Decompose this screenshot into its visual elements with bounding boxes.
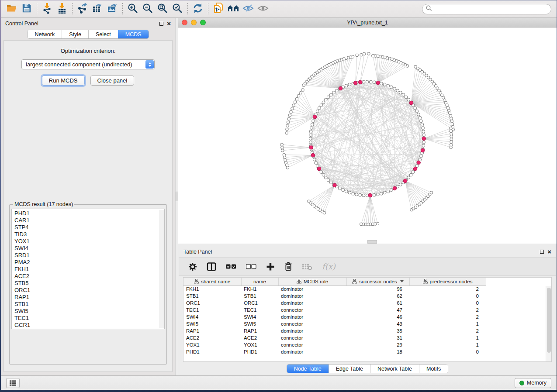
mcds-node[interactable] bbox=[311, 153, 315, 157]
import-network-button[interactable] bbox=[40, 2, 55, 16]
node-table-cell[interactable]: 29 bbox=[346, 341, 409, 348]
float-panel-icon[interactable] bbox=[159, 22, 163, 26]
network-node[interactable] bbox=[355, 193, 358, 196]
node-table-cell[interactable]: connector bbox=[278, 334, 346, 341]
leaf-node[interactable] bbox=[290, 110, 292, 113]
column-header-predecessor-nodes[interactable]: predecessor nodes bbox=[409, 278, 486, 285]
network-node[interactable] bbox=[396, 89, 399, 92]
leaf-node[interactable] bbox=[284, 158, 287, 161]
leaf-node[interactable] bbox=[450, 117, 453, 120]
network-node[interactable] bbox=[316, 110, 319, 113]
network-node[interactable] bbox=[320, 104, 323, 107]
mcds-node[interactable] bbox=[339, 86, 342, 90]
network-node[interactable] bbox=[322, 101, 325, 104]
leaf-node[interactable] bbox=[286, 166, 289, 169]
node-table-cell[interactable]: dominator bbox=[278, 348, 346, 355]
leaf-node[interactable] bbox=[291, 107, 294, 110]
column-header-shared-name[interactable]: shared name bbox=[183, 278, 241, 285]
node-table-row[interactable]: PHD1PHD1dominator180 bbox=[183, 348, 486, 355]
network-node[interactable] bbox=[329, 93, 332, 96]
task-history-button[interactable] bbox=[6, 378, 20, 388]
leaf-node[interactable] bbox=[280, 143, 283, 146]
mcds-node[interactable] bbox=[317, 167, 321, 170]
node-table-cell[interactable]: RAP1 bbox=[183, 327, 241, 334]
network-node[interactable] bbox=[366, 80, 369, 83]
select-all-button[interactable] bbox=[226, 264, 236, 269]
close-panel-button[interactable]: Close panel bbox=[90, 76, 135, 86]
tab-mcds[interactable]: MCDS bbox=[118, 30, 149, 38]
node-table-cell[interactable]: RAP1 bbox=[241, 327, 278, 334]
node-table-cell[interactable]: 43 bbox=[346, 320, 409, 327]
network-node[interactable] bbox=[362, 80, 365, 83]
memory-button[interactable]: Memory bbox=[515, 378, 551, 388]
leaf-node[interactable] bbox=[281, 149, 284, 152]
node-table-cell[interactable]: STB1 bbox=[241, 292, 278, 299]
node-table-cell[interactable]: FKH1 bbox=[241, 285, 278, 292]
mcds-result-item[interactable]: STP4 bbox=[14, 224, 164, 231]
leaf-node[interactable] bbox=[287, 121, 289, 124]
node-table-cell[interactable]: 47 bbox=[346, 306, 409, 313]
mcds-node[interactable] bbox=[403, 179, 407, 182]
leaf-node[interactable] bbox=[286, 128, 288, 131]
mcds-result-item[interactable]: YOX1 bbox=[14, 238, 164, 245]
network-frame-titlebar[interactable]: YPA_prune.txt_1 bbox=[178, 18, 557, 28]
leaf-node[interactable] bbox=[450, 127, 452, 130]
tab-edge-table[interactable]: Edge Table bbox=[329, 364, 370, 373]
mcds-node[interactable] bbox=[359, 80, 362, 84]
network-node[interactable] bbox=[362, 194, 365, 197]
network-node[interactable] bbox=[336, 89, 339, 92]
close-table-panel-icon[interactable]: × bbox=[547, 250, 551, 254]
column-header-name[interactable]: name bbox=[241, 278, 278, 285]
network-node[interactable] bbox=[393, 87, 396, 90]
close-panel-icon[interactable]: × bbox=[167, 21, 171, 26]
network-node[interactable] bbox=[412, 171, 415, 174]
node-table-cell[interactable]: ACE2 bbox=[183, 334, 241, 341]
horizontal-splitter[interactable] bbox=[178, 244, 557, 246]
mcds-result-item[interactable]: TID3 bbox=[14, 231, 164, 238]
tab-motifs[interactable]: Motifs bbox=[419, 364, 448, 373]
network-node[interactable] bbox=[387, 190, 390, 193]
node-table-cell[interactable]: ORC1 bbox=[241, 299, 278, 306]
node-table-cell[interactable]: 31 bbox=[346, 334, 409, 341]
network-node[interactable] bbox=[383, 83, 386, 86]
node-table-cell[interactable]: SWI4 bbox=[183, 313, 241, 320]
node-table-cell[interactable]: 0 bbox=[409, 348, 486, 355]
leaf-node[interactable] bbox=[283, 156, 286, 158]
mcds-node[interactable] bbox=[376, 81, 380, 84]
network-node[interactable] bbox=[325, 176, 328, 179]
mcds-node[interactable] bbox=[368, 193, 372, 197]
node-table-cell[interactable]: 61 bbox=[346, 299, 409, 306]
duplicate-network-button[interactable] bbox=[211, 2, 226, 16]
node-table-cell[interactable]: 1 bbox=[409, 320, 486, 327]
leaf-node[interactable] bbox=[288, 114, 291, 117]
tab-style[interactable]: Style bbox=[62, 30, 88, 38]
show-columns-button[interactable] bbox=[207, 262, 216, 271]
float-table-panel-icon[interactable] bbox=[540, 250, 544, 254]
node-table-cell[interactable]: YOX1 bbox=[183, 341, 241, 348]
node-table-cell[interactable]: SWI5 bbox=[183, 320, 241, 327]
refresh-button[interactable] bbox=[190, 2, 205, 16]
node-table-row[interactable]: FKH1FKH1dominator962 bbox=[183, 285, 486, 292]
network-node[interactable] bbox=[311, 123, 314, 126]
node-table-cell[interactable]: 18 bbox=[346, 348, 409, 355]
network-node[interactable] bbox=[422, 127, 425, 130]
node-table-cell[interactable]: ORC1 bbox=[183, 299, 241, 306]
network-node[interactable] bbox=[373, 193, 376, 196]
node-table-cell[interactable]: 2 bbox=[409, 313, 486, 320]
zoom-selected-button[interactable] bbox=[170, 2, 185, 16]
mcds-node[interactable] bbox=[333, 183, 336, 187]
network-node[interactable] bbox=[377, 193, 380, 196]
leaf-node[interactable] bbox=[450, 143, 453, 146]
search-input[interactable] bbox=[435, 6, 547, 12]
mcds-node[interactable] bbox=[309, 146, 313, 149]
node-table-cell[interactable]: dominator bbox=[278, 313, 346, 320]
zoom-in-button[interactable] bbox=[125, 2, 140, 16]
network-node[interactable] bbox=[421, 123, 424, 126]
network-node[interactable] bbox=[327, 179, 330, 182]
network-node[interactable] bbox=[420, 120, 423, 123]
result-list-scrollbar[interactable] bbox=[159, 210, 164, 328]
network-node[interactable] bbox=[327, 96, 330, 99]
mcds-result-item[interactable]: FKH1 bbox=[14, 266, 164, 273]
export-table-button[interactable] bbox=[90, 2, 105, 16]
mcds-result-item[interactable]: ORC1 bbox=[14, 287, 164, 294]
